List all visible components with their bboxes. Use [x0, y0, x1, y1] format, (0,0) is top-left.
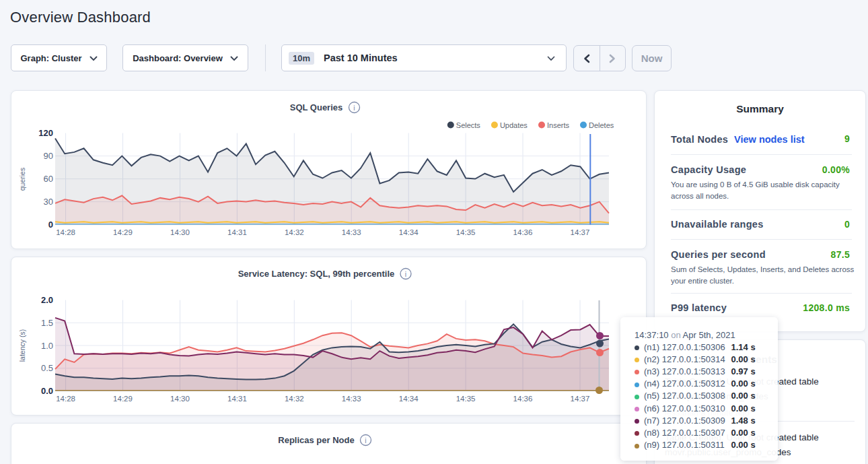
svg-text:14:31: 14:31	[227, 395, 247, 403]
svg-text:14:35: 14:35	[456, 228, 476, 236]
svg-text:2.0: 2.0	[41, 295, 53, 305]
svg-text:14:36: 14:36	[513, 395, 533, 403]
svg-text:queries: queries	[18, 168, 26, 191]
svg-text:60: 60	[44, 174, 53, 184]
svg-text:1.0: 1.0	[41, 341, 53, 351]
svg-text:150: 150	[36, 462, 51, 464]
svg-text:0: 0	[48, 220, 53, 230]
svg-text:14:31: 14:31	[227, 228, 247, 236]
svg-text:14:28: 14:28	[56, 228, 75, 236]
svg-text:14:34: 14:34	[399, 395, 419, 403]
svg-text:14:34: 14:34	[399, 228, 419, 236]
svg-text:Inserts: Inserts	[547, 121, 570, 129]
svg-text:0.5: 0.5	[41, 363, 53, 373]
svg-text:0.0: 0.0	[41, 386, 53, 396]
svg-text:Replicas per Node: Replicas per Node	[278, 435, 354, 445]
svg-text:Service Latency: SQL, 99th per: Service Latency: SQL, 99th percentile	[238, 269, 395, 279]
svg-text:120: 120	[38, 128, 53, 138]
svg-text:14:32: 14:32	[285, 395, 304, 403]
svg-text:14:37: 14:37	[571, 228, 590, 236]
svg-text:i: i	[365, 436, 366, 444]
svg-text:14:28: 14:28	[56, 395, 75, 403]
svg-text:latency (s): latency (s)	[18, 329, 26, 362]
svg-text:14:35: 14:35	[456, 395, 476, 403]
svg-text:Updates: Updates	[500, 121, 528, 129]
svg-text:14:30: 14:30	[170, 395, 190, 403]
svg-text:Selects: Selects	[456, 121, 481, 129]
svg-text:i: i	[405, 270, 406, 278]
svg-text:14:33: 14:33	[342, 395, 361, 403]
svg-text:i: i	[353, 104, 355, 112]
svg-text:14:36: 14:36	[513, 228, 533, 236]
svg-text:14:32: 14:32	[285, 228, 304, 236]
svg-text:30: 30	[44, 197, 53, 207]
svg-text:1.5: 1.5	[41, 318, 53, 328]
svg-text:14:37: 14:37	[571, 395, 590, 403]
svg-text:Deletes: Deletes	[589, 121, 614, 129]
svg-text:SQL Queries: SQL Queries	[290, 102, 343, 112]
svg-text:14:33: 14:33	[342, 228, 361, 236]
svg-text:14:29: 14:29	[113, 395, 133, 403]
svg-text:14:29: 14:29	[113, 228, 133, 236]
svg-text:14:30: 14:30	[170, 228, 190, 236]
svg-text:90: 90	[44, 151, 53, 161]
